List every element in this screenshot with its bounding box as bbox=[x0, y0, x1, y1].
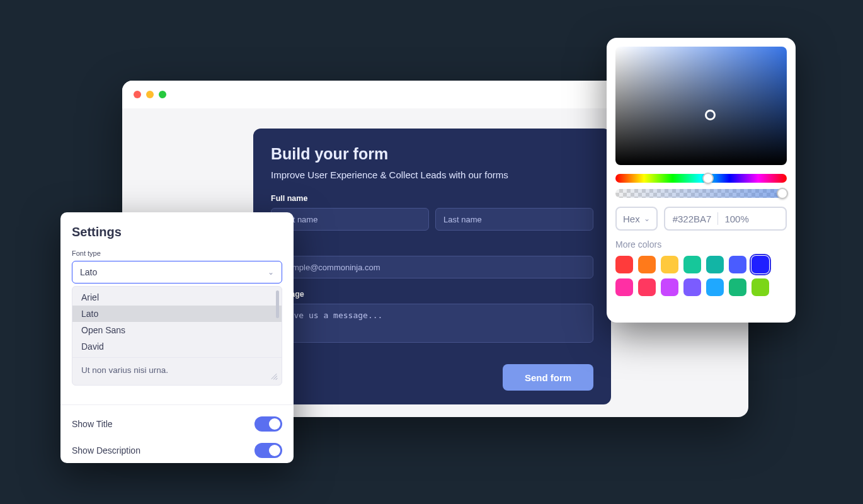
color-swatch[interactable] bbox=[615, 278, 633, 296]
color-value-box[interactable]: #322BA7 100% bbox=[664, 207, 787, 231]
traffic-lights bbox=[134, 91, 166, 98]
email-label: Email bbox=[271, 242, 593, 251]
chevron-down-icon: ⌄ bbox=[268, 268, 274, 277]
hue-thumb[interactable] bbox=[702, 173, 714, 184]
hex-value: #322BA7 bbox=[673, 214, 712, 224]
font-option-lato[interactable]: Lato bbox=[72, 306, 282, 322]
font-dropdown: Ariel Lato Open Sans David Ut non varius… bbox=[72, 286, 282, 386]
color-swatch[interactable] bbox=[706, 256, 724, 273]
color-swatch[interactable] bbox=[638, 278, 656, 296]
color-swatch[interactable] bbox=[661, 256, 678, 273]
sv-cursor-icon[interactable] bbox=[705, 110, 716, 120]
settings-panel: Settings Font type Lato ⌄ Ariel Lato Ope… bbox=[60, 212, 294, 463]
show-description-toggle[interactable] bbox=[254, 443, 282, 458]
hue-slider[interactable] bbox=[615, 174, 787, 183]
font-option-open-sans[interactable]: Open Sans bbox=[72, 322, 282, 338]
resize-handle-icon[interactable] bbox=[270, 372, 278, 380]
message-label: Message bbox=[271, 290, 593, 299]
color-swatch[interactable] bbox=[729, 278, 746, 296]
color-swatch[interactable] bbox=[661, 278, 678, 296]
settings-title: Settings bbox=[72, 225, 282, 239]
color-swatch[interactable] bbox=[683, 256, 701, 273]
saturation-value-area[interactable] bbox=[615, 47, 787, 165]
show-title-label: Show Title bbox=[72, 419, 113, 429]
color-swatches bbox=[615, 256, 787, 296]
minimize-icon[interactable] bbox=[146, 91, 154, 98]
color-picker-panel: Hex ⌄ #322BA7 100% More colors bbox=[607, 38, 796, 323]
last-name-input[interactable] bbox=[435, 208, 593, 231]
message-textarea[interactable] bbox=[271, 304, 593, 343]
show-description-label: Show Description bbox=[72, 445, 140, 455]
color-swatch[interactable] bbox=[615, 256, 633, 273]
alpha-thumb[interactable] bbox=[777, 188, 788, 199]
format-value: Hex bbox=[623, 214, 640, 224]
font-selected-value: Lato bbox=[80, 267, 97, 277]
color-format-select[interactable]: Hex ⌄ bbox=[615, 207, 658, 231]
font-option-ariel[interactable]: Ariel bbox=[72, 289, 282, 306]
scrollbar[interactable] bbox=[276, 290, 279, 318]
show-description-row: Show Description bbox=[72, 443, 282, 458]
font-preview-text: Ut non varius nisi urna. bbox=[72, 357, 282, 382]
color-swatch[interactable] bbox=[729, 256, 746, 273]
email-input[interactable] bbox=[271, 256, 593, 278]
separator bbox=[717, 212, 718, 225]
divider bbox=[60, 404, 294, 405]
send-form-button[interactable]: Send form bbox=[503, 364, 593, 391]
show-title-row: Show Title bbox=[72, 416, 282, 432]
alpha-value: 100% bbox=[724, 214, 748, 224]
show-title-toggle[interactable] bbox=[254, 416, 282, 432]
form-title: Build your form bbox=[271, 145, 593, 163]
color-swatch[interactable] bbox=[752, 256, 769, 273]
form-card: Build your form Improve User Experience … bbox=[253, 129, 611, 404]
form-subtitle: Improve User Experience & Collect Leads … bbox=[271, 169, 593, 180]
color-swatch[interactable] bbox=[752, 278, 769, 296]
full-name-label: Full name bbox=[271, 194, 593, 203]
color-swatch[interactable] bbox=[706, 278, 724, 296]
color-swatch[interactable] bbox=[638, 256, 656, 273]
more-colors-label: More colors bbox=[615, 239, 787, 249]
first-name-input[interactable] bbox=[271, 208, 429, 231]
font-select[interactable]: Lato ⌄ bbox=[72, 261, 282, 284]
font-type-label: Font type bbox=[72, 249, 282, 257]
font-option-david[interactable]: David bbox=[72, 338, 282, 355]
alpha-slider[interactable] bbox=[615, 189, 787, 198]
color-swatch[interactable] bbox=[683, 278, 701, 296]
close-icon[interactable] bbox=[134, 91, 141, 98]
chevron-down-icon: ⌄ bbox=[644, 214, 650, 223]
maximize-icon[interactable] bbox=[159, 91, 166, 98]
